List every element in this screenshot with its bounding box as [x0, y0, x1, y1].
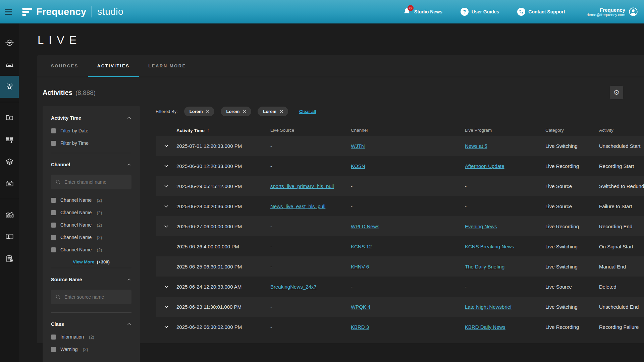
- column-header-live-program[interactable]: Live Program: [465, 128, 545, 133]
- channel-link[interactable]: KCNS 12: [351, 244, 372, 249]
- channel-link[interactable]: KHNV 6: [351, 264, 369, 269]
- checkbox[interactable]: [51, 141, 56, 146]
- filter-section-activity-time[interactable]: Activity Time: [51, 115, 131, 121]
- checkbox[interactable]: [51, 198, 56, 203]
- brand-product: studio: [97, 6, 123, 17]
- tab-sources[interactable]: SOURCES: [42, 55, 88, 77]
- filter-option-filter-by-date[interactable]: Filter by Date: [51, 128, 131, 133]
- sidebar-item-layers[interactable]: [0, 150, 19, 173]
- table-row[interactable]: 2025-06-22 06:30:02.000 PM - KBRD 3 KBRD…: [156, 317, 644, 337]
- channel-link[interactable]: KBRD 3: [351, 324, 369, 330]
- live-source-link[interactable]: sports_live_primary_hls_pull: [270, 183, 334, 189]
- filter-chip[interactable]: Lorem: [258, 107, 288, 116]
- checkbox[interactable]: [51, 210, 56, 215]
- sidebar-item-analytics[interactable]: [0, 203, 19, 225]
- filter-chip[interactable]: Lorem: [221, 107, 251, 116]
- filter-section-source-name[interactable]: Source Name: [51, 277, 131, 282]
- channel-link[interactable]: WPLD News: [351, 224, 379, 229]
- checkbox[interactable]: [51, 347, 56, 352]
- nav-contact-support[interactable]: Contact Support: [517, 8, 565, 16]
- close-icon[interactable]: [206, 110, 210, 113]
- clear-all-link[interactable]: Clear all: [299, 109, 316, 114]
- hamburger-menu-icon[interactable]: [5, 7, 15, 17]
- filter-option-channel[interactable]: Channel Name (2): [51, 197, 131, 203]
- close-icon[interactable]: [243, 110, 247, 113]
- live-program-link[interactable]: KCNS Breaking News: [465, 244, 514, 249]
- tab-activities[interactable]: ACTIVITIES: [88, 55, 139, 77]
- filter-section-class[interactable]: Class: [51, 321, 131, 327]
- filter-option-channel[interactable]: Channel Name (2): [51, 210, 131, 215]
- channel-link[interactable]: WPQK 4: [351, 304, 370, 310]
- table-row[interactable]: 2025-06-23 11:30:01.000 PM - WPQK 4 Late…: [156, 297, 644, 317]
- sidebar-item-live[interactable]: [0, 76, 19, 98]
- filter-option-channel[interactable]: Channel Name (2): [51, 247, 131, 252]
- checkbox[interactable]: [51, 128, 56, 133]
- live-program-link[interactable]: The Daily Briefing: [465, 264, 504, 269]
- row-expander[interactable]: [162, 222, 170, 230]
- live-program-link[interactable]: Late Night Newsbrief: [465, 304, 512, 310]
- row-expander[interactable]: [162, 202, 170, 210]
- filter-chip[interactable]: Lorem: [184, 107, 215, 116]
- sidebar-item-overview[interactable]: [0, 32, 19, 54]
- checkbox[interactable]: [51, 235, 56, 240]
- nav-studio-news[interactable]: 8 Studio News: [402, 7, 442, 16]
- nav-user-guides[interactable]: ? User Guides: [461, 8, 499, 16]
- column-header-category[interactable]: Category: [545, 128, 599, 133]
- cell-activity: Deleted: [599, 284, 644, 290]
- live-program-link[interactable]: KBRD Daily News: [465, 324, 505, 330]
- table-row[interactable]: 2025-06-30 12:20:33.000 PM - KOSN Aftern…: [156, 156, 644, 176]
- filter-section-channel[interactable]: Channel: [51, 162, 131, 167]
- sidebar-item-schedule[interactable]: [0, 173, 19, 195]
- sidebar-item-media[interactable]: [0, 106, 19, 128]
- row-expander[interactable]: [162, 162, 170, 170]
- channel-link[interactable]: WJTN: [351, 143, 365, 149]
- live-program-link[interactable]: Evening News: [465, 224, 497, 229]
- row-expander[interactable]: [162, 182, 170, 190]
- checkbox[interactable]: [51, 335, 56, 340]
- table-row[interactable]: 2025-06-26 4:00:00.000 PM - KCNS 12 KCNS…: [156, 236, 644, 256]
- filter-divider: [51, 312, 131, 313]
- column-header-activity-time[interactable]: Activity Time↑: [176, 127, 270, 133]
- live-source-link[interactable]: BreakingNews_24x7: [270, 284, 317, 290]
- row-expander[interactable]: [162, 303, 170, 311]
- live-program-link[interactable]: News at 5: [465, 143, 487, 149]
- filter-option-warning[interactable]: Warning (2): [51, 347, 131, 352]
- view-more-link[interactable]: View More: [73, 259, 94, 264]
- filter-option-channel[interactable]: Channel Name (2): [51, 222, 131, 228]
- table-row[interactable]: 2025-07-01 12:20:33.000 PM - WJTN News a…: [156, 136, 644, 156]
- live-program-link[interactable]: Afternoon Update: [465, 163, 504, 169]
- sidebar-item-playlists[interactable]: [0, 128, 19, 150]
- column-header-live-source[interactable]: Live Source: [270, 128, 351, 133]
- activities-table-zone: Filtered By: Lorem Lorem Lorem: [156, 106, 644, 362]
- sidebar-item-encoders[interactable]: [0, 54, 19, 76]
- column-header-activity[interactable]: Activity: [599, 128, 644, 133]
- filter-option-filter-by-time[interactable]: Filter by Time: [51, 140, 131, 146]
- table-row[interactable]: 2025-06-27 06:00:00.000 PM - WPLD News E…: [156, 216, 644, 236]
- sidebar-item-presenter[interactable]: [0, 225, 19, 247]
- live-source-link[interactable]: News_live_east_hls_pull: [270, 203, 325, 209]
- row-expander[interactable]: [162, 323, 170, 331]
- sort-asc-icon[interactable]: ↑: [207, 127, 210, 133]
- settings-button[interactable]: ⚙: [610, 86, 623, 99]
- user-menu[interactable]: Frequency demo@frequency.com: [587, 7, 638, 17]
- table-row[interactable]: 2025-06-28 04:20:36.000 PM News_live_eas…: [156, 196, 644, 216]
- filter-option-channel[interactable]: Channel Name (2): [51, 235, 131, 240]
- tab-learn-more[interactable]: LEARN MORE: [139, 55, 195, 77]
- table-row[interactable]: 2025-06-25 06:30:01.000 PM - KHNV 6 The …: [156, 256, 644, 277]
- source-search-input[interactable]: [64, 294, 127, 300]
- close-icon[interactable]: [280, 110, 283, 113]
- channel-search-input[interactable]: [64, 179, 127, 185]
- channel-link[interactable]: KOSN: [351, 163, 365, 169]
- filter-section-title: Activity Time: [51, 115, 81, 121]
- table-row[interactable]: 2025-06-29 05:15:12.000 PM sports_live_p…: [156, 176, 644, 196]
- chevron-down-icon: [164, 163, 169, 169]
- app-logo[interactable]: Frequency studio: [22, 6, 123, 17]
- column-header-channel[interactable]: Channel: [351, 128, 465, 133]
- table-row[interactable]: 2025-06-24 12:20:33.000 AM BreakingNews_…: [156, 277, 644, 297]
- checkbox[interactable]: [51, 223, 56, 228]
- filter-option-information[interactable]: Information (2): [51, 334, 131, 340]
- row-expander[interactable]: [162, 283, 170, 291]
- sidebar-item-logs[interactable]: [0, 247, 19, 269]
- row-expander[interactable]: [162, 142, 170, 150]
- checkbox[interactable]: [51, 247, 56, 252]
